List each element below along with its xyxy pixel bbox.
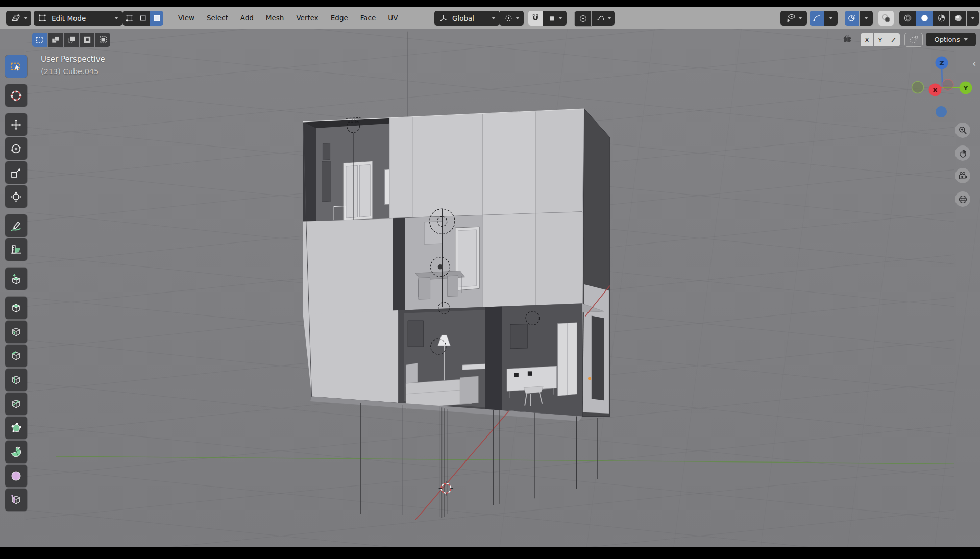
orthographic-toggle-button[interactable] — [955, 191, 970, 207]
gizmo-dropdown[interactable] — [824, 11, 838, 26]
select-mode-invert[interactable] — [80, 33, 94, 47]
xray-squares-icon — [881, 13, 891, 23]
menu-face[interactable]: Face — [354, 11, 382, 26]
tool-select-box[interactable] — [5, 55, 27, 78]
transform-orientation-dropdown[interactable]: Global — [434, 11, 500, 26]
snap-mode-dropdown[interactable] — [543, 11, 567, 26]
edge-mode-icon — [139, 14, 148, 22]
tool-poly-build-icon — [9, 421, 23, 435]
shading-mode-group — [899, 11, 979, 26]
pivot-point-dropdown[interactable] — [499, 11, 524, 26]
shading-solid-button[interactable] — [916, 11, 933, 26]
tool-move[interactable] — [5, 113, 27, 136]
xray-toggle[interactable] — [878, 11, 894, 26]
tool-smooth[interactable] — [5, 465, 27, 487]
gizmo-axis-neg-z[interactable] — [936, 106, 947, 117]
proportional-edit-group — [574, 11, 615, 27]
tool-add-cube[interactable] — [5, 268, 27, 290]
tool-spin[interactable] — [5, 441, 27, 463]
tool-knife[interactable] — [5, 393, 27, 415]
chevron-down-icon — [558, 17, 562, 19]
zoom-button[interactable] — [955, 123, 970, 138]
hand-icon — [958, 148, 968, 159]
wireframe-sphere-icon — [903, 13, 913, 23]
gizmo-z-label: Z — [939, 59, 944, 67]
gizmo-axis-x[interactable]: X — [929, 84, 942, 96]
tool-knife-icon — [9, 397, 23, 411]
mirror-button[interactable] — [840, 33, 854, 47]
proportional-falloff-dropdown[interactable] — [592, 11, 615, 26]
options-dropdown[interactable]: Options — [926, 33, 976, 46]
tool-rotate[interactable] — [5, 137, 27, 160]
tool-cursor[interactable] — [5, 84, 27, 107]
tool-extrude-region[interactable] — [5, 297, 27, 319]
building-mesh[interactable] — [303, 109, 610, 421]
gizmo-axis-y[interactable]: Y — [960, 82, 972, 94]
mirror-y-toggle[interactable]: Y — [874, 33, 887, 46]
menu-select[interactable]: Select — [201, 11, 234, 26]
face-select-mode-button[interactable] — [150, 11, 163, 26]
viewport-header: Edit Mode ViewSelectAddMeshVertexEdgeFac… — [0, 7, 980, 30]
tool-scale[interactable] — [5, 161, 27, 184]
show-gizmo-toggle[interactable] — [810, 11, 824, 26]
select-mode-extend[interactable] — [48, 33, 63, 47]
show-overlays-toggle[interactable] — [845, 11, 859, 26]
select-mode-subtract[interactable] — [64, 33, 79, 47]
sidebar-collapse-arrow[interactable]: ‹ — [972, 59, 976, 68]
gizmo-toggle-group — [810, 11, 838, 26]
shading-wireframe-button[interactable] — [899, 11, 916, 26]
mirror-x-toggle[interactable]: X — [861, 33, 873, 46]
select-mode-intersect[interactable] — [95, 33, 110, 47]
viewport-canvas[interactable] — [0, 29, 980, 547]
editor-type-button[interactable] — [6, 11, 31, 26]
viewport-3d[interactable]: XYZ Options User Perspective (213) Cube.… — [0, 29, 980, 547]
shading-dropdown[interactable] — [967, 11, 979, 26]
tool-edge-slide[interactable] — [5, 489, 27, 511]
mirror-z-toggle[interactable]: Z — [887, 33, 900, 46]
tool-inset-faces[interactable] — [5, 321, 27, 343]
camera-view-button[interactable] — [955, 168, 970, 183]
solid-sphere-icon — [920, 13, 929, 23]
mesh-select-mode-group — [122, 11, 163, 26]
butterfly-mirror-icon — [841, 34, 853, 46]
tool-loop-cut[interactable] — [5, 369, 27, 391]
navigation-gizmo[interactable]: Z X Y — [903, 50, 980, 126]
edge-select-mode-button[interactable] — [136, 11, 150, 26]
tool-poly-build[interactable] — [5, 417, 27, 439]
menu-add[interactable]: Add — [234, 11, 260, 26]
tool-transform[interactable] — [5, 185, 27, 208]
snap-widget-button[interactable] — [904, 33, 923, 47]
menu-vertex[interactable]: Vertex — [290, 11, 324, 26]
magnifier-plus-icon — [958, 125, 968, 136]
pivot-point-icon — [504, 13, 513, 23]
gizmo-axis-neg-x[interactable] — [942, 79, 953, 90]
grid-sphere-icon — [958, 194, 968, 205]
cursor-3d[interactable] — [439, 481, 453, 495]
shading-rendered-button[interactable] — [950, 11, 966, 26]
tool-annotate[interactable] — [5, 214, 27, 237]
shading-material-button[interactable] — [933, 11, 949, 26]
menu-uv[interactable]: UV — [382, 11, 404, 26]
chevron-down-icon — [829, 17, 833, 19]
menu-mesh[interactable]: Mesh — [260, 11, 290, 26]
tool-bevel[interactable] — [5, 345, 27, 367]
menu-view[interactable]: View — [172, 11, 201, 26]
object-visibility-dropdown[interactable] — [780, 11, 807, 26]
eye-cursor-icon — [786, 13, 796, 23]
camera-icon — [958, 171, 968, 181]
gizmo-axis-z[interactable]: Z — [936, 57, 948, 69]
material-sphere-icon — [937, 13, 946, 23]
edit-mode-icon — [38, 13, 47, 23]
snap-toggle-button[interactable] — [528, 11, 543, 26]
pan-button[interactable] — [955, 145, 970, 161]
vertex-select-mode-button[interactable] — [122, 11, 136, 26]
proportional-editing-toggle[interactable] — [574, 11, 592, 27]
tool-measure[interactable] — [5, 238, 27, 261]
overlays-dropdown[interactable] — [860, 11, 873, 26]
mode-dropdown[interactable]: Edit Mode — [34, 11, 122, 26]
select-mode-set[interactable] — [32, 33, 47, 47]
tool-measure-icon — [9, 243, 23, 257]
menu-edge[interactable]: Edge — [325, 11, 354, 26]
select-mode-subtract-icon — [67, 35, 76, 44]
gizmo-axis-neg-y[interactable] — [912, 82, 924, 93]
